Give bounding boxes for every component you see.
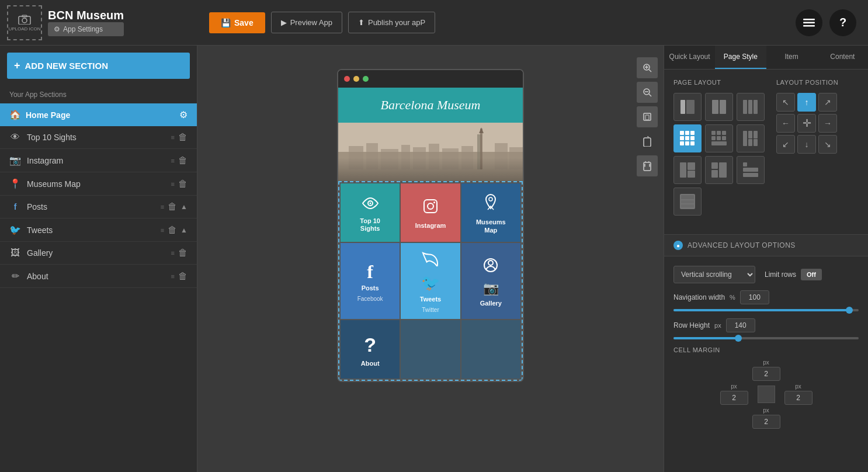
preview-button[interactable]: ▶ Preview App xyxy=(271,12,342,33)
pos-middle-left[interactable]: ← xyxy=(776,114,795,133)
zoom-out-button[interactable] xyxy=(637,82,658,103)
margin-left-input[interactable] xyxy=(720,391,748,405)
svg-line-40 xyxy=(645,161,646,162)
advanced-label: ADVANCED LAYOUT OPTIONS xyxy=(688,241,796,249)
drag-handle-icon[interactable]: ≡ xyxy=(171,157,175,164)
pos-middle-right[interactable]: → xyxy=(818,114,837,133)
sidebar-item-about[interactable]: ✏ About ≡ 🗑 xyxy=(0,265,197,288)
layout-option-5[interactable] xyxy=(705,124,733,152)
app-settings-label: App Settings xyxy=(63,25,103,33)
collapse-posts-icon[interactable]: ▲ xyxy=(180,203,188,211)
delete-posts-icon[interactable]: 🗑 xyxy=(168,202,177,212)
grid-cell-instagram[interactable]: Instagram xyxy=(401,183,460,242)
tab-page-style[interactable]: Page Style xyxy=(715,46,766,69)
pos-bottom-center[interactable]: ↓ xyxy=(797,135,816,154)
nav-width-thumb[interactable] xyxy=(846,307,853,314)
grid-cell-about[interactable]: ? About xyxy=(341,320,400,379)
limit-rows-toggle[interactable]: Off xyxy=(801,269,822,280)
scrolling-select[interactable]: Vertical scrolling Horizontal scrolling … xyxy=(673,266,755,283)
delete-about-icon[interactable]: 🗑 xyxy=(178,271,188,282)
layout-option-6[interactable] xyxy=(737,124,765,152)
drag-handle-icon[interactable]: ≡ xyxy=(171,181,175,188)
app-settings-button[interactable]: ⚙ App Settings xyxy=(48,22,124,36)
row-height-track[interactable] xyxy=(673,337,859,339)
nav-width-value[interactable] xyxy=(740,290,769,304)
margin-top-input[interactable] xyxy=(752,367,780,381)
museumsmap-label: Museums Map xyxy=(27,179,165,189)
upload-icon-box[interactable]: UPLOAD ICON xyxy=(7,5,42,40)
tab-quick-layout[interactable]: Quick Layout xyxy=(664,46,715,69)
grid-cell-museums[interactable]: MuseumsMap xyxy=(461,183,520,242)
margin-left-group: px xyxy=(720,383,748,405)
grid-cell-gallery[interactable]: 📷 Gallery xyxy=(461,243,520,319)
sidebar-item-top10sights[interactable]: 👁 Top 10 Sights ≡ 🗑 xyxy=(0,126,197,149)
publish-button[interactable]: ⬆ Publish your apP xyxy=(348,12,435,33)
sidebar-item-tweets[interactable]: 🐦 Tweets ≡ 🗑 ▲ xyxy=(0,218,197,242)
margin-right-input[interactable] xyxy=(784,391,813,405)
tab-content[interactable]: Content xyxy=(817,46,868,69)
drag-handle-icon[interactable]: ≡ xyxy=(171,273,175,280)
layout-option-10[interactable] xyxy=(673,188,702,216)
home-settings-icon[interactable]: ⚙ xyxy=(179,109,188,120)
phone-grid: Top 10Sights Instagram xyxy=(338,181,523,381)
margin-bottom-input[interactable] xyxy=(752,415,780,429)
drag-handle-icon[interactable]: ≡ xyxy=(161,227,164,234)
collapse-tweets-icon[interactable]: ▲ xyxy=(180,226,188,234)
drag-handle-icon[interactable]: ≡ xyxy=(171,249,175,256)
grid-cell-posts[interactable]: f Posts Facebook xyxy=(341,243,400,319)
twitter-icon: 🐦 xyxy=(9,224,21,235)
drag-handle-icon[interactable]: ≡ xyxy=(161,203,164,210)
layout-option-9[interactable] xyxy=(737,156,765,184)
help-icon-button[interactable]: ? xyxy=(829,9,856,36)
svg-rect-69 xyxy=(748,139,752,146)
sidebar-item-museumsmap[interactable]: 📍 Museums Map ≡ 🗑 xyxy=(0,172,197,196)
android-device-button[interactable] xyxy=(637,155,658,176)
layout-option-8[interactable] xyxy=(705,156,733,184)
advanced-toggle[interactable]: ● ADVANCED LAYOUT OPTIONS xyxy=(664,234,868,256)
row-height-value[interactable] xyxy=(726,318,755,332)
museums-grid-icon xyxy=(482,193,499,215)
delete-tweets-icon[interactable]: 🗑 xyxy=(168,225,177,235)
svg-rect-79 xyxy=(743,168,758,172)
menu-icon-button[interactable] xyxy=(796,9,822,36)
drag-handle-icon[interactable]: ≡ xyxy=(171,134,175,141)
layout-option-3[interactable] xyxy=(737,93,765,121)
pos-center[interactable]: ✛ xyxy=(797,114,816,133)
dot-green xyxy=(363,76,369,82)
sidebar-item-posts[interactable]: f Posts ≡ 🗑 ▲ xyxy=(0,196,197,218)
pos-top-right[interactable]: ↗ xyxy=(818,93,837,112)
sidebar-item-instagram[interactable]: 📷 Instagram ≡ 🗑 xyxy=(0,149,197,172)
svg-rect-83 xyxy=(681,200,694,203)
layout-option-7[interactable] xyxy=(673,156,702,184)
delete-gallery-icon[interactable]: 🗑 xyxy=(178,248,188,258)
zoom-in-button[interactable] xyxy=(637,57,658,78)
pos-top-center[interactable]: ↑ xyxy=(797,93,816,112)
grid-cell-tweets[interactable]: 🐦 Tweets Twitter xyxy=(401,243,460,319)
apple-device-button[interactable] xyxy=(637,131,658,152)
svg-rect-73 xyxy=(688,162,695,170)
fit-screen-button[interactable] xyxy=(637,106,658,127)
nav-width-track[interactable] xyxy=(673,309,859,311)
home-page-item[interactable]: 🏠 Home Page ⚙ xyxy=(0,103,197,126)
tab-item[interactable]: Item xyxy=(766,46,817,69)
svg-line-41 xyxy=(649,161,650,162)
save-button[interactable]: 💾 Save xyxy=(209,12,265,33)
delete-museumsmap-icon[interactable]: 🗑 xyxy=(178,179,188,189)
pos-bottom-right[interactable]: ↘ xyxy=(818,135,837,154)
delete-instagram-icon[interactable]: 🗑 xyxy=(178,155,188,166)
pos-top-left[interactable]: ↖ xyxy=(776,93,795,112)
grid-cell-empty1 xyxy=(401,320,460,379)
sidebar-item-gallery[interactable]: 🖼 Gallery ≡ 🗑 xyxy=(0,242,197,265)
pos-bottom-left[interactable]: ↙ xyxy=(776,135,795,154)
layout-option-1[interactable] xyxy=(673,93,702,121)
layout-option-4-active[interactable] xyxy=(673,124,702,152)
svg-rect-72 xyxy=(680,162,686,178)
row-height-thumb[interactable] xyxy=(735,335,742,342)
svg-rect-9 xyxy=(480,129,482,169)
add-section-button[interactable]: + ADD NEW SECTION xyxy=(7,53,190,79)
svg-rect-57 xyxy=(680,141,684,145)
grid-cell-top10[interactable]: Top 10Sights xyxy=(341,183,400,242)
delete-top10-icon[interactable]: 🗑 xyxy=(178,132,188,143)
facebook-grid-icon: f xyxy=(367,262,373,281)
layout-option-2[interactable] xyxy=(705,93,733,121)
